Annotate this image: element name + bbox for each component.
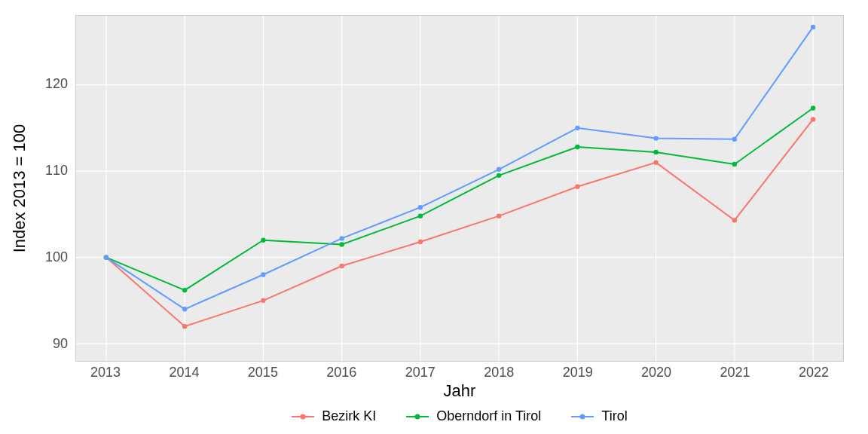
chart-container: Index 2013 = 100 90100110120 20132014201… [0,0,868,434]
y-tick-label: 120 [0,76,68,92]
svg-point-20 [575,185,579,189]
svg-point-28 [418,213,423,218]
y-axis-title: Index 2013 = 100 [9,0,30,377]
legend-swatch [292,416,314,417]
svg-point-30 [575,145,579,149]
svg-point-22 [732,218,737,222]
svg-point-21 [653,160,658,164]
svg-point-43 [811,25,815,29]
svg-point-23 [811,117,815,121]
legend-swatch [406,416,429,417]
legend-label: Oberndorf in Tirol [436,408,541,424]
y-tick-label: 100 [0,249,68,265]
legend-swatch [571,416,594,417]
x-axis-title-text: Jahr [444,381,476,400]
x-tick-label: 2015 [240,365,286,381]
svg-point-37 [339,236,344,240]
svg-point-31 [653,150,658,154]
y-tick-label: 110 [0,163,68,179]
svg-point-27 [339,242,344,246]
legend-item: Tirol [571,408,627,424]
legend-item: Oberndorf in Tirol [406,408,541,424]
svg-point-25 [182,288,187,292]
x-tick-label: 2016 [319,365,364,381]
x-tick-label: 2013 [83,365,128,381]
plot-svg [76,16,843,361]
svg-point-32 [732,162,737,167]
legend-label: Tirol [601,408,627,424]
svg-point-16 [261,298,265,303]
legend-dot [580,414,585,419]
svg-point-41 [653,136,658,140]
legend: Bezirk KIOberndorf in TirolTirol [75,408,844,424]
series-lines [106,27,813,326]
svg-point-17 [339,264,344,268]
svg-point-36 [261,272,265,277]
x-tick-label: 2017 [398,365,443,381]
svg-point-40 [575,126,579,130]
x-tick-label: 2014 [161,365,206,381]
x-tick-label: 2020 [634,365,679,381]
grid-horizontal [76,85,843,344]
legend-dot [301,414,306,419]
svg-point-29 [497,173,501,178]
legend-label: Bezirk KI [322,408,376,424]
svg-point-33 [811,105,815,110]
svg-point-15 [182,324,187,329]
series-points [104,25,816,329]
x-tick-label: 2019 [555,365,601,381]
x-tick-label: 2022 [791,365,836,381]
legend-item: Bezirk KI [292,408,376,424]
y-tick-label: 90 [0,336,68,352]
svg-point-38 [418,205,423,209]
svg-point-26 [261,238,265,243]
svg-point-19 [497,213,501,218]
plot-panel [75,15,844,362]
svg-point-39 [497,167,501,172]
x-tick-label: 2018 [476,365,521,381]
y-axis-title-text: Index 2013 = 100 [10,124,29,253]
svg-point-42 [732,137,737,142]
x-axis-title: Jahr [75,381,844,401]
svg-point-34 [104,255,108,259]
x-tick-label: 2021 [713,365,758,381]
svg-point-18 [418,240,423,244]
legend-dot [415,414,420,419]
svg-point-35 [182,307,187,311]
